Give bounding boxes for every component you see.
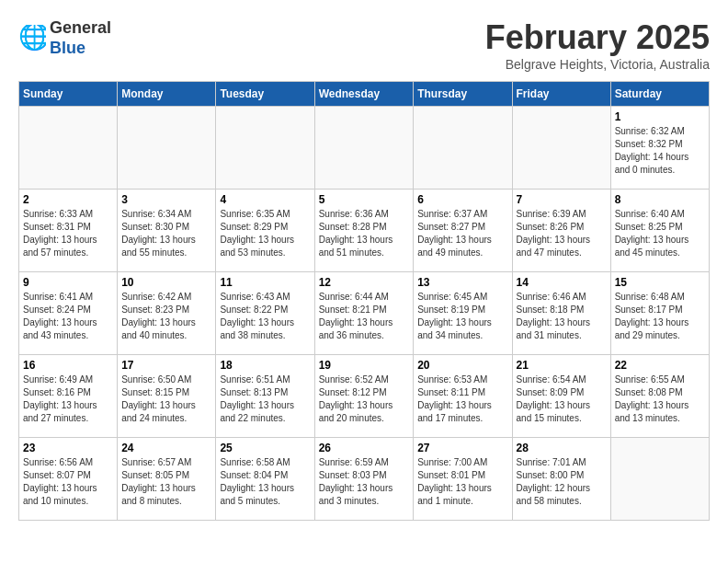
cell-content: 2Sunrise: 6:33 AM Sunset: 8:31 PM Daylig… — [23, 193, 113, 259]
calendar-cell: 23Sunrise: 6:56 AM Sunset: 8:07 PM Dayli… — [19, 438, 118, 521]
calendar-cell — [414, 107, 512, 190]
logo-general: General — [50, 18, 111, 39]
cell-info: Sunrise: 6:54 AM Sunset: 8:09 PM Dayligh… — [517, 373, 607, 425]
calendar-cell — [610, 438, 709, 521]
calendar-cell: 18Sunrise: 6:51 AM Sunset: 8:13 PM Dayli… — [216, 355, 314, 438]
cell-content: 21Sunrise: 6:54 AM Sunset: 8:09 PM Dayli… — [517, 359, 607, 425]
cell-info: Sunrise: 6:45 AM Sunset: 8:19 PM Dayligh… — [417, 291, 507, 342]
calendar-cell: 28Sunrise: 7:01 AM Sunset: 8:00 PM Dayli… — [512, 438, 610, 521]
calendar-week-row: 2Sunrise: 6:33 AM Sunset: 8:31 PM Daylig… — [19, 190, 710, 272]
cell-info: Sunrise: 6:40 AM Sunset: 8:25 PM Dayligh… — [615, 208, 705, 259]
location-subtitle: Belgrave Heights, Victoria, Australia — [485, 57, 710, 72]
cell-info: Sunrise: 6:32 AM Sunset: 8:32 PM Dayligh… — [615, 125, 705, 177]
cell-info: Sunrise: 6:48 AM Sunset: 8:17 PM Dayligh… — [615, 291, 705, 342]
cell-content: 1Sunrise: 6:32 AM Sunset: 8:32 PM Daylig… — [615, 110, 705, 177]
logo-icon: 🌐 — [18, 25, 46, 52]
calendar-cell: 25Sunrise: 6:58 AM Sunset: 8:04 PM Dayli… — [216, 438, 314, 521]
calendar-cell: 10Sunrise: 6:42 AM Sunset: 8:23 PM Dayli… — [118, 272, 216, 355]
calendar-cell: 11Sunrise: 6:43 AM Sunset: 8:22 PM Dayli… — [216, 272, 314, 355]
calendar-cell: 2Sunrise: 6:33 AM Sunset: 8:31 PM Daylig… — [19, 190, 118, 272]
day-number: 4 — [220, 193, 310, 206]
day-number: 21 — [517, 359, 607, 372]
cell-content: 3Sunrise: 6:34 AM Sunset: 8:30 PM Daylig… — [121, 193, 211, 259]
calendar-cell: 5Sunrise: 6:36 AM Sunset: 8:28 PM Daylig… — [314, 190, 414, 272]
cell-info: Sunrise: 6:42 AM Sunset: 8:23 PM Dayligh… — [121, 291, 211, 342]
calendar-cell: 3Sunrise: 6:34 AM Sunset: 8:30 PM Daylig… — [118, 190, 216, 272]
cell-info: Sunrise: 6:41 AM Sunset: 8:24 PM Dayligh… — [23, 291, 113, 342]
cell-content: 10Sunrise: 6:42 AM Sunset: 8:23 PM Dayli… — [121, 276, 211, 342]
cell-content: 22Sunrise: 6:55 AM Sunset: 8:08 PM Dayli… — [615, 359, 705, 425]
day-number: 2 — [23, 193, 113, 206]
day-number: 1 — [615, 110, 705, 123]
calendar-cell: 26Sunrise: 6:59 AM Sunset: 8:03 PM Dayli… — [314, 438, 414, 521]
calendar-cell: 4Sunrise: 6:35 AM Sunset: 8:29 PM Daylig… — [216, 190, 314, 272]
cell-content: 8Sunrise: 6:40 AM Sunset: 8:25 PM Daylig… — [615, 193, 705, 259]
calendar-cell: 24Sunrise: 6:57 AM Sunset: 8:05 PM Dayli… — [118, 438, 216, 521]
day-number: 3 — [121, 193, 211, 206]
cell-content: 17Sunrise: 6:50 AM Sunset: 8:15 PM Dayli… — [121, 359, 211, 425]
day-number: 8 — [615, 193, 705, 206]
calendar-cell: 9Sunrise: 6:41 AM Sunset: 8:24 PM Daylig… — [19, 272, 118, 355]
cell-content: 19Sunrise: 6:52 AM Sunset: 8:12 PM Dayli… — [319, 359, 410, 425]
day-number: 10 — [121, 276, 211, 289]
calendar-cell: 17Sunrise: 6:50 AM Sunset: 8:15 PM Dayli… — [118, 355, 216, 438]
day-number: 6 — [417, 193, 507, 206]
calendar-cell: 27Sunrise: 7:00 AM Sunset: 8:01 PM Dayli… — [414, 438, 512, 521]
cell-info: Sunrise: 6:46 AM Sunset: 8:18 PM Dayligh… — [517, 291, 607, 342]
calendar-cell: 21Sunrise: 6:54 AM Sunset: 8:09 PM Dayli… — [512, 355, 610, 438]
day-number: 19 — [319, 359, 410, 372]
weekday-header: Wednesday — [314, 82, 414, 107]
day-number: 5 — [319, 193, 410, 206]
cell-content: 24Sunrise: 6:57 AM Sunset: 8:05 PM Dayli… — [121, 442, 211, 508]
cell-info: Sunrise: 6:33 AM Sunset: 8:31 PM Dayligh… — [23, 208, 113, 259]
weekday-header: Saturday — [610, 82, 709, 107]
day-number: 16 — [23, 359, 113, 372]
logo-text: General Blue — [50, 18, 111, 58]
cell-content: 6Sunrise: 6:37 AM Sunset: 8:27 PM Daylig… — [417, 193, 507, 259]
calendar-cell — [512, 107, 610, 190]
cell-info: Sunrise: 6:59 AM Sunset: 8:03 PM Dayligh… — [319, 456, 410, 508]
calendar-cell: 12Sunrise: 6:44 AM Sunset: 8:21 PM Dayli… — [314, 272, 414, 355]
page-header: 🌐 General Blue February 2025 Belgrave He… — [18, 18, 710, 72]
calendar-cell: 13Sunrise: 6:45 AM Sunset: 8:19 PM Dayli… — [414, 272, 512, 355]
cell-content: 14Sunrise: 6:46 AM Sunset: 8:18 PM Dayli… — [517, 276, 607, 342]
cell-content: 9Sunrise: 6:41 AM Sunset: 8:24 PM Daylig… — [23, 276, 113, 342]
cell-content: 5Sunrise: 6:36 AM Sunset: 8:28 PM Daylig… — [319, 193, 410, 259]
logo: 🌐 General Blue — [18, 18, 111, 58]
calendar-cell: 8Sunrise: 6:40 AM Sunset: 8:25 PM Daylig… — [610, 190, 709, 272]
calendar-week-row: 1Sunrise: 6:32 AM Sunset: 8:32 PM Daylig… — [19, 107, 710, 190]
day-number: 24 — [121, 442, 211, 454]
calendar-week-row: 23Sunrise: 6:56 AM Sunset: 8:07 PM Dayli… — [19, 438, 710, 521]
day-number: 17 — [121, 359, 211, 372]
cell-content: 4Sunrise: 6:35 AM Sunset: 8:29 PM Daylig… — [220, 193, 310, 259]
cell-content: 25Sunrise: 6:58 AM Sunset: 8:04 PM Dayli… — [220, 442, 310, 508]
title-block: February 2025 Belgrave Heights, Victoria… — [485, 18, 710, 72]
cell-info: Sunrise: 6:44 AM Sunset: 8:21 PM Dayligh… — [319, 291, 410, 342]
cell-info: Sunrise: 6:49 AM Sunset: 8:16 PM Dayligh… — [23, 373, 113, 425]
cell-content: 7Sunrise: 6:39 AM Sunset: 8:26 PM Daylig… — [517, 193, 607, 259]
cell-content: 23Sunrise: 6:56 AM Sunset: 8:07 PM Dayli… — [23, 442, 113, 508]
day-number: 11 — [220, 276, 310, 289]
cell-info: Sunrise: 6:52 AM Sunset: 8:12 PM Dayligh… — [319, 373, 410, 425]
cell-info: Sunrise: 6:51 AM Sunset: 8:13 PM Dayligh… — [220, 373, 310, 425]
calendar-cell — [19, 107, 118, 190]
cell-info: Sunrise: 6:58 AM Sunset: 8:04 PM Dayligh… — [220, 456, 310, 508]
cell-info: Sunrise: 6:56 AM Sunset: 8:07 PM Dayligh… — [23, 456, 113, 508]
calendar-cell: 1Sunrise: 6:32 AM Sunset: 8:32 PM Daylig… — [610, 107, 709, 190]
weekday-header: Monday — [118, 82, 216, 107]
calendar-cell: 7Sunrise: 6:39 AM Sunset: 8:26 PM Daylig… — [512, 190, 610, 272]
calendar-week-row: 16Sunrise: 6:49 AM Sunset: 8:16 PM Dayli… — [19, 355, 710, 438]
calendar-cell: 6Sunrise: 6:37 AM Sunset: 8:27 PM Daylig… — [414, 190, 512, 272]
cell-content: 13Sunrise: 6:45 AM Sunset: 8:19 PM Dayli… — [417, 276, 507, 342]
weekday-header: Tuesday — [216, 82, 314, 107]
cell-content: 28Sunrise: 7:01 AM Sunset: 8:00 PM Dayli… — [517, 442, 607, 508]
cell-content: 15Sunrise: 6:48 AM Sunset: 8:17 PM Dayli… — [615, 276, 705, 342]
cell-content: 26Sunrise: 6:59 AM Sunset: 8:03 PM Dayli… — [319, 442, 410, 508]
month-title: February 2025 — [485, 18, 710, 57]
day-number: 20 — [417, 359, 507, 372]
day-number: 7 — [517, 193, 607, 206]
cell-info: Sunrise: 6:55 AM Sunset: 8:08 PM Dayligh… — [615, 373, 705, 425]
day-number: 25 — [220, 442, 310, 454]
cell-info: Sunrise: 7:00 AM Sunset: 8:01 PM Dayligh… — [417, 456, 507, 508]
cell-info: Sunrise: 6:34 AM Sunset: 8:30 PM Dayligh… — [121, 208, 211, 259]
